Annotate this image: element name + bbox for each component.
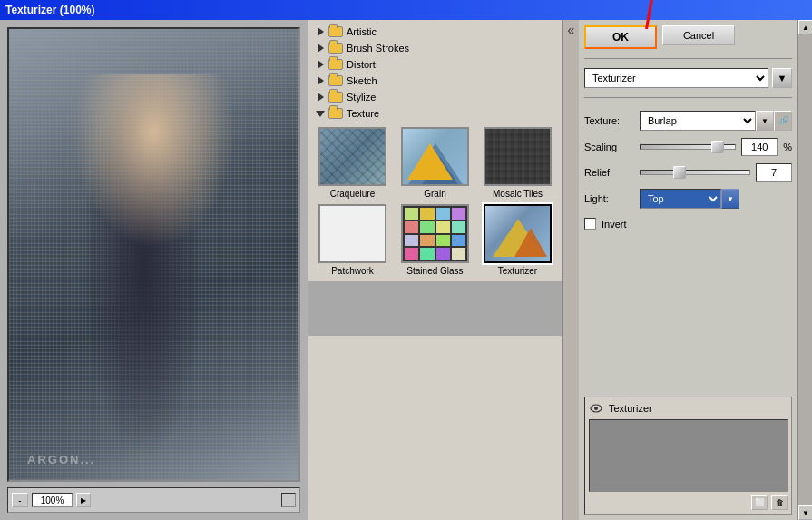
scaling-row: Scaling 140 %	[584, 138, 792, 156]
filter-select-row: Texturizer ▼	[584, 68, 792, 88]
folder-icon-sketch	[328, 75, 343, 86]
relief-row: Relief 7	[584, 163, 792, 182]
filter-list-panel: Artistic Brush Strokes Distort Sketch	[308, 20, 563, 520]
folder-icon-texture	[328, 108, 343, 119]
filter-list: Artistic Brush Strokes Distort Sketch	[308, 20, 562, 520]
thumb-img-grain	[401, 127, 469, 186]
folder-icon-stylize	[328, 92, 343, 103]
invert-row: Invert	[584, 218, 792, 230]
thumb-craquelure[interactable]: Craquelure	[314, 127, 391, 199]
separator-1	[584, 58, 792, 59]
layer-panel: Texturizer ⬜ 🗑	[584, 397, 792, 515]
thumb-mosaic-tiles[interactable]: Mosaic Tiles	[479, 127, 556, 199]
invert-label: Invert	[602, 219, 627, 230]
triangle-right-icon-5	[316, 93, 325, 102]
category-label-sketch: Sketch	[347, 75, 377, 86]
light-select-wrapper: Top ▼	[640, 189, 739, 209]
layer-icon-1: ⬜	[755, 498, 765, 507]
layer-visibility-eye[interactable]	[589, 401, 603, 416]
texture-lock-button[interactable]: 🔗	[774, 111, 792, 131]
layer-icon-btn-1[interactable]: ⬜	[751, 495, 768, 510]
light-dropdown-icon: ▼	[727, 195, 734, 203]
collapse-button[interactable]: «	[563, 20, 579, 520]
thumb-label-mosaic: Mosaic Tiles	[493, 189, 543, 199]
texture-dropdown-icon: ▼	[761, 117, 768, 125]
layer-icon-2: 🗑	[776, 498, 784, 507]
sidebar-item-stylize[interactable]: Stylize	[308, 89, 562, 105]
light-select[interactable]: Top	[640, 189, 721, 209]
relief-slider[interactable]	[640, 170, 750, 175]
lock-icon: 🔗	[778, 116, 788, 125]
category-label-stylize: Stylize	[347, 92, 376, 103]
title-bar: Texturizer (100%)	[0, 0, 812, 20]
cancel-button[interactable]: Cancel	[662, 25, 735, 45]
ok-button[interactable]: OK	[584, 25, 657, 49]
thumb-texturizer[interactable]: Texturizer	[479, 204, 556, 276]
spacer	[584, 235, 792, 391]
scroll-up-icon: ▲	[802, 24, 809, 32]
thumb-label-texturizer: Texturizer	[498, 266, 537, 276]
light-dropdown-button[interactable]: ▼	[721, 189, 739, 209]
scaling-value[interactable]: 140	[741, 138, 778, 156]
thumb-img-patchwork	[318, 204, 386, 263]
eye-icon-svg	[590, 404, 602, 413]
layer-icon-btn-2[interactable]: 🗑	[771, 495, 788, 510]
folder-icon-distort	[328, 59, 343, 70]
triangle-right-icon-2	[316, 44, 325, 53]
thumb-grain[interactable]: Grain	[396, 127, 474, 199]
scaling-slider[interactable]	[640, 144, 736, 150]
photo-texture: ARGON...	[9, 29, 298, 480]
sidebar-item-artistic[interactable]: Artistic	[308, 24, 562, 40]
sidebar-item-sketch[interactable]: Sketch	[308, 73, 562, 89]
filter-dropdown-icon: ▼	[778, 73, 788, 83]
thumb-img-texturizer	[484, 204, 552, 263]
window-title: Texturizer (100%)	[5, 4, 94, 16]
watermark: ARGON...	[27, 453, 95, 466]
thumb-img-stained	[401, 204, 469, 263]
main-container: ARGON... - 100% ▶ Artistic Brush Strokes	[0, 20, 812, 520]
sidebar-item-brush-strokes[interactable]: Brush Strokes	[308, 40, 562, 56]
zoom-toolbar: - 100% ▶	[7, 487, 300, 513]
light-row: Light: Top ▼	[584, 189, 792, 209]
scaling-thumb[interactable]	[711, 141, 724, 153]
relief-label: Relief	[584, 167, 634, 178]
relief-thumb[interactable]	[673, 166, 686, 179]
sidebar-item-texture[interactable]: Texture	[308, 105, 562, 122]
light-label: Light:	[584, 193, 634, 204]
texture-dropdown-button[interactable]: ▼	[756, 111, 774, 131]
thumb-patchwork[interactable]: Patchwork	[314, 204, 391, 276]
relief-value[interactable]: 7	[756, 163, 792, 182]
category-label-texture: Texture	[347, 108, 379, 119]
scroll-track	[798, 34, 812, 505]
texture-select[interactable]: Burlap	[640, 111, 756, 131]
category-label-distort: Distort	[347, 59, 376, 70]
triangle-down-icon	[316, 109, 325, 118]
buttons-row: OK Cancel	[584, 25, 792, 49]
texture-select-wrapper: Burlap ▼ 🔗	[640, 111, 792, 131]
filter-type-select[interactable]: Texturizer	[584, 68, 768, 88]
scroll-down-button[interactable]: ▼	[798, 505, 812, 520]
folder-icon-artistic	[328, 26, 343, 37]
separator-2	[584, 97, 792, 98]
category-label-brush: Brush Strokes	[347, 43, 409, 54]
empty-filter-area	[308, 281, 562, 336]
invert-checkbox[interactable]	[584, 218, 596, 230]
thumb-stained-glass[interactable]: Stained Glass	[396, 204, 474, 276]
zoom-plus-button[interactable]: ▶	[76, 493, 91, 507]
right-outer: OK Cancel Texturizer ▼ Texture: Burlap	[579, 20, 812, 520]
image-preview: ARGON...	[7, 27, 300, 482]
texture-control-row: Texture: Burlap ▼ 🔗	[584, 111, 792, 131]
right-panel: OK Cancel Texturizer ▼ Texture: Burlap	[579, 20, 797, 520]
layer-icons-row: ⬜ 🗑	[589, 495, 788, 510]
thumb-img-craquelure	[318, 127, 386, 186]
filter-dropdown-button[interactable]: ▼	[772, 68, 792, 88]
sidebar-item-distort[interactable]: Distort	[308, 56, 562, 73]
resize-handle[interactable]	[281, 493, 296, 507]
layer-preview	[589, 419, 788, 492]
zoom-minus-button[interactable]: -	[12, 493, 28, 507]
thumb-label-patchwork: Patchwork	[331, 266, 374, 276]
category-label-artistic: Artistic	[347, 26, 377, 37]
scroll-down-icon: ▼	[802, 509, 809, 517]
scroll-up-button[interactable]: ▲	[798, 20, 812, 34]
thumb-label-grain: Grain	[424, 189, 445, 199]
